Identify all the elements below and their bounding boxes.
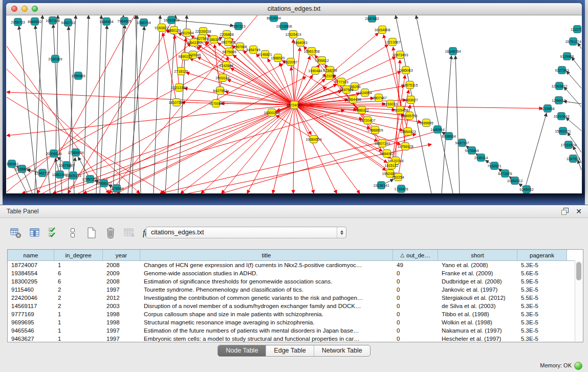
graph-edge[interactable] <box>222 130 439 193</box>
graph-node[interactable]: 2687682 <box>365 15 379 23</box>
graph-node[interactable]: 9474444 <box>465 147 478 155</box>
graph-node[interactable]: 9699695 <box>419 119 433 127</box>
graph-edge[interactable] <box>154 15 160 193</box>
graph-edge[interactable] <box>572 57 581 81</box>
graph-node[interactable]: 22226038 <box>195 28 211 35</box>
table-mode-icon[interactable] <box>9 226 23 239</box>
graph-edge[interactable] <box>393 47 405 142</box>
graph-node[interactable]: 9497197 <box>455 139 469 147</box>
graph-node[interactable]: 1569704 <box>137 19 150 27</box>
column-header-short[interactable]: short <box>438 250 517 260</box>
table-row[interactable]: 911546021997Tourette syndrome. Phenomeno… <box>8 286 583 294</box>
graph-edge[interactable] <box>175 35 179 83</box>
table-row[interactable]: 946554611997Estimation of the future num… <box>8 326 583 335</box>
graph-node[interactable]: 9146821 <box>258 51 272 58</box>
graph-node[interactable]: 8215958 <box>540 105 554 113</box>
table-row[interactable]: 977716911998Corpus callosum shape and si… <box>8 310 583 318</box>
graph-node[interactable]: 15720407 <box>359 117 375 124</box>
graph-node[interactable]: 9227343 <box>555 67 569 74</box>
graph-edge[interactable] <box>578 43 581 62</box>
network-canvas-svg[interactable]: 1872400791638228860128891293422226038982… <box>7 15 581 193</box>
table-row[interactable]: 1830029562008Estimation of significance … <box>8 277 583 286</box>
graph-node[interactable]: 7632621 <box>487 162 501 170</box>
column-header-name[interactable]: name <box>8 250 54 260</box>
graph-node[interactable]: 8186328 <box>207 36 221 43</box>
graph-node[interactable]: 8860128 <box>167 27 181 34</box>
graph-node[interactable]: 16648784 <box>445 48 461 55</box>
graph-edge[interactable] <box>442 56 451 193</box>
graph-node[interactable]: 16154808 <box>374 26 390 34</box>
graph-edge[interactable] <box>293 105 294 193</box>
graph-edge[interactable] <box>113 25 125 193</box>
graph-node[interactable]: 2718126 <box>174 68 188 75</box>
graph-node[interactable]: 8664602 <box>28 18 41 26</box>
graph-node[interactable]: 8813034 <box>267 15 280 22</box>
graph-node[interactable]: 2055733 <box>11 18 25 26</box>
graph-node[interactable]: 10807487 <box>371 94 386 102</box>
column-header-out_de[interactable]: △out_de… <box>393 250 438 260</box>
graph-node[interactable]: 19756928 <box>397 143 413 150</box>
graph-node[interactable]: 1864093 <box>293 39 307 47</box>
row-options-icon[interactable] <box>66 226 79 239</box>
table-row[interactable]: 969969511998Structural magnetic resonanc… <box>8 318 583 326</box>
graph-edge[interactable] <box>276 115 310 137</box>
graph-edge[interactable] <box>83 15 89 193</box>
graph-edge[interactable] <box>566 118 581 138</box>
graph-edge[interactable] <box>100 26 107 193</box>
graph-node[interactable]: 1112704 <box>571 26 581 33</box>
tab-network-table[interactable]: Network Table <box>314 345 370 356</box>
delete-table-icon[interactable] <box>123 226 136 239</box>
column-header-year[interactable]: year <box>103 250 140 260</box>
graph-edge[interactable] <box>78 157 88 176</box>
graph-node[interactable]: 1990448 <box>308 67 322 75</box>
graph-node[interactable]: 9129966 <box>560 53 574 60</box>
graph-node[interactable]: 10975887 <box>58 162 74 169</box>
graph-edge[interactable] <box>295 48 300 101</box>
network-canvas[interactable]: 1872400791638228860128891293422226038982… <box>7 15 581 193</box>
graph-edge[interactable] <box>136 15 141 193</box>
graph-edge[interactable] <box>96 15 101 193</box>
graph-node[interactable]: 12975115 <box>402 81 418 89</box>
graph-node[interactable]: 16961758 <box>303 48 319 55</box>
graph-edge[interactable] <box>279 62 293 101</box>
table-row[interactable]: 2242004622012Investigating the contribut… <box>8 294 583 302</box>
network-view-window[interactable]: citations_edges.txt 18724007916382288601… <box>6 3 582 193</box>
table-row[interactable]: 1456911722003Disruption of a novel membe… <box>8 302 583 310</box>
graph-node[interactable]: 7857223 <box>231 23 245 30</box>
column-header-pagerank[interactable]: pagerank <box>517 250 567 260</box>
graph-node[interactable]: 1588520 <box>271 54 285 62</box>
graph-edge[interactable] <box>563 101 581 105</box>
graph-node[interactable]: 7964605 <box>117 17 131 25</box>
graph-node[interactable]: 9875685 <box>222 48 236 56</box>
tab-node-table[interactable]: Node Table <box>218 345 266 356</box>
graph-node[interactable]: 8912934 <box>180 29 193 37</box>
graph-edge[interactable] <box>7 43 191 192</box>
tab-edge-table[interactable]: Edge Table <box>266 345 313 356</box>
show-columns-icon[interactable] <box>28 226 41 239</box>
graph-edge[interactable] <box>35 26 50 193</box>
graph-edge[interactable] <box>524 113 547 193</box>
table-row[interactable]: 1938455462009Genome-wide association stu… <box>8 269 583 277</box>
graph-node[interactable]: 1624554 <box>358 89 372 97</box>
graph-edge[interactable] <box>293 39 294 101</box>
network-table-select[interactable]: citations_edges.txt <box>146 227 346 238</box>
window-titlebar[interactable]: citations_edges.txt <box>6 3 582 15</box>
table-row[interactable]: 1872400712008Changes of HCN gene express… <box>8 261 583 269</box>
graph-node[interactable]: 19384554 <box>306 136 321 143</box>
graph-node[interactable]: 12093872 <box>551 82 567 90</box>
graph-edge[interactable] <box>35 15 42 193</box>
graph-edge[interactable] <box>295 56 310 101</box>
create-column-icon[interactable] <box>85 226 98 239</box>
close-panel-icon[interactable]: ✕ <box>576 207 582 216</box>
graph-edge[interactable] <box>297 74 326 102</box>
column-header-title[interactable]: title <box>140 250 393 260</box>
graph-node[interactable]: 9462733 <box>61 19 75 27</box>
graph-edge[interactable] <box>385 179 394 183</box>
graph-node[interactable]: 1464904 <box>99 18 113 26</box>
graph-edge[interactable] <box>176 20 233 26</box>
graph-node[interactable]: 19654923 <box>400 128 416 136</box>
graph-node[interactable]: 8471676 <box>498 170 512 178</box>
scrollbar-thumb[interactable] <box>576 262 581 280</box>
graph-edge[interactable] <box>455 56 460 193</box>
column-header-in_degree[interactable]: in_degree <box>54 250 103 260</box>
